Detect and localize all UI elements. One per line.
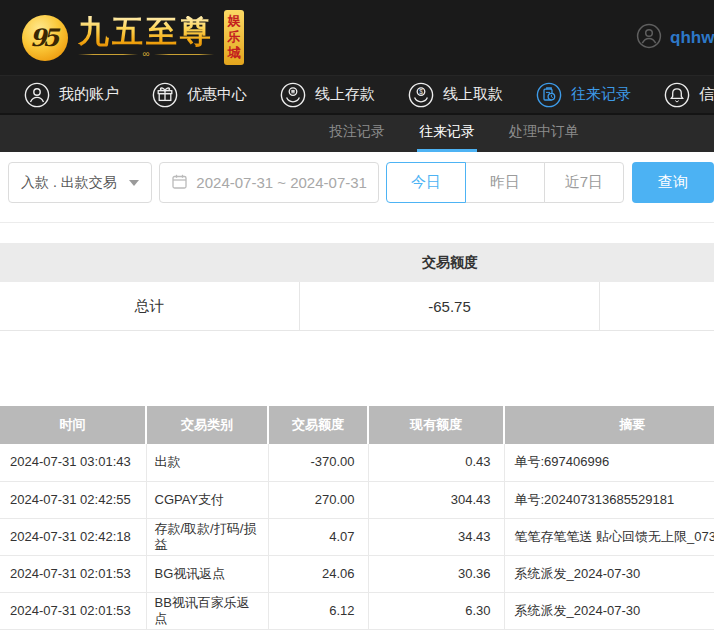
svg-text:$: $ bbox=[419, 87, 423, 94]
user-icon bbox=[24, 82, 50, 108]
user-avatar-icon bbox=[636, 23, 662, 53]
cell-type: BB视讯百家乐返点 bbox=[146, 592, 268, 629]
nav-label: 往来记录 bbox=[571, 85, 631, 104]
cell-amount: 270.00 bbox=[268, 481, 368, 518]
cell-summary: 单号:697406996 bbox=[504, 444, 714, 481]
column-header-time: 时间 bbox=[0, 406, 146, 444]
nav-item-my-account[interactable]: 我的账户 bbox=[24, 82, 119, 108]
cell-amount: 4.07 bbox=[268, 518, 368, 555]
summary-table: 交易额度 总计 -65.75 bbox=[0, 243, 714, 331]
chevron-down-icon bbox=[129, 180, 139, 186]
nav-label: 优惠中心 bbox=[187, 85, 247, 104]
logo-flourish: ∞ bbox=[78, 49, 214, 59]
site-title: 九五至尊 bbox=[78, 16, 214, 49]
logo-text-block: 九五至尊 ∞ bbox=[78, 16, 214, 60]
cell-type: 存款/取款/打码/损益 bbox=[146, 518, 268, 555]
today-button[interactable]: 今日 bbox=[386, 162, 466, 203]
table-row: 2024-07-31 02:01:53 BG视讯返点 24.06 30.36 系… bbox=[0, 555, 714, 592]
cell-amount: 6.12 bbox=[268, 592, 368, 629]
cell-summary: 笔笔存笔笔送 贴心回馈无上限_0730 bbox=[504, 518, 714, 555]
cell-time: 2024-07-31 03:01:43 bbox=[0, 444, 146, 481]
nav-label: 线上存款 bbox=[315, 85, 375, 104]
nav-item-online-withdrawal[interactable]: $ 线上取款 bbox=[408, 82, 503, 108]
nav-item-transaction-records[interactable]: 往来记录 bbox=[536, 82, 631, 108]
cell-amount: -370.00 bbox=[268, 444, 368, 481]
filter-row: 入款 . 出款交易 2024-07-31 ~ 2024-07-31 今日 昨日 … bbox=[8, 162, 714, 203]
column-header-type: 交易类别 bbox=[146, 406, 268, 444]
cell-balance: 0.43 bbox=[368, 444, 504, 481]
cell-type: CGPAY支付 bbox=[146, 481, 268, 518]
summary-total-row: 总计 -65.75 bbox=[0, 282, 714, 331]
cell-balance: 304.43 bbox=[368, 481, 504, 518]
table-header-row: 时间 交易类别 交易额度 现有额度 摘要 bbox=[0, 406, 714, 444]
user-account[interactable]: qhhw2 bbox=[636, 0, 714, 75]
table-row: 2024-07-31 02:01:53 BB视讯百家乐返点 6.12 6.30 … bbox=[0, 592, 714, 629]
cell-balance: 34.43 bbox=[368, 518, 504, 555]
deposit-coin-icon bbox=[280, 82, 306, 108]
tab-betting-records[interactable]: 投注记录 bbox=[327, 115, 387, 152]
gift-icon bbox=[152, 82, 178, 108]
column-header-amount: 交易额度 bbox=[268, 406, 368, 444]
column-header-summary: 摘要 bbox=[504, 406, 714, 444]
nav-label: 线上取款 bbox=[443, 85, 503, 104]
calendar-icon bbox=[171, 173, 188, 193]
cell-type: BG视讯返点 bbox=[146, 555, 268, 592]
quick-date-button-group: 今日 昨日 近7日 bbox=[386, 162, 624, 203]
cell-type: 出款 bbox=[146, 444, 268, 481]
cell-balance: 6.30 bbox=[368, 592, 504, 629]
entertainment-city-badge: 娱乐城 bbox=[224, 10, 244, 65]
summary-header-label: 交易额度 bbox=[300, 254, 600, 272]
cell-time: 2024-07-31 02:42:55 bbox=[0, 481, 146, 518]
date-range-value: 2024-07-31 ~ 2024-07-31 bbox=[196, 174, 367, 191]
flourish-ornament: ∞ bbox=[142, 49, 149, 59]
divider bbox=[0, 222, 714, 223]
table-row: 2024-07-31 03:01:43 出款 -370.00 0.43 单号:6… bbox=[0, 444, 714, 481]
cell-amount: 24.06 bbox=[268, 555, 368, 592]
summary-total-value: -65.75 bbox=[300, 282, 600, 330]
cell-balance: 30.36 bbox=[368, 555, 504, 592]
username: qhhw2 bbox=[670, 28, 714, 48]
record-tabs: 投注记录 往来记录 处理中订单 bbox=[0, 113, 714, 152]
flourish-line bbox=[78, 54, 138, 55]
transactions-table: 时间 交易类别 交易额度 现有额度 摘要 2024-07-31 03:01:43… bbox=[0, 406, 714, 630]
cell-summary: 系统派发_2024-07-30 bbox=[504, 592, 714, 629]
date-range-picker[interactable]: 2024-07-31 ~ 2024-07-31 bbox=[159, 162, 379, 203]
main-nav: 我的账户 优惠中心 线上存款 bbox=[0, 75, 714, 113]
tab-processing-orders[interactable]: 处理中订单 bbox=[507, 115, 581, 152]
logo-emblem-icon: 95 bbox=[22, 15, 68, 61]
nav-label: 信息 bbox=[699, 85, 714, 104]
column-header-balance: 现有额度 bbox=[368, 406, 504, 444]
records-clipboard-icon bbox=[536, 82, 562, 108]
nav-item-messages[interactable]: 信息 bbox=[664, 82, 714, 108]
content-area: 入款 . 出款交易 2024-07-31 ~ 2024-07-31 今日 昨日 … bbox=[0, 162, 714, 630]
nav-item-online-deposit[interactable]: 线上存款 bbox=[280, 82, 375, 108]
cell-summary: 单号:202407313685529181 bbox=[504, 481, 714, 518]
table-row: 2024-07-31 02:42:18 存款/取款/打码/损益 4.07 34.… bbox=[0, 518, 714, 555]
table-row: 2024-07-31 02:42:55 CGPAY支付 270.00 304.4… bbox=[0, 481, 714, 518]
last-7-days-button[interactable]: 近7日 bbox=[544, 162, 624, 203]
cell-time: 2024-07-31 02:01:53 bbox=[0, 555, 146, 592]
select-value: 入款 . 出款交易 bbox=[21, 174, 117, 192]
logo-emblem-text: 95 bbox=[30, 23, 55, 52]
summary-header-row: 交易额度 bbox=[0, 243, 714, 282]
query-button[interactable]: 查询 bbox=[632, 162, 714, 203]
cell-time: 2024-07-31 02:01:53 bbox=[0, 592, 146, 629]
yesterday-button[interactable]: 昨日 bbox=[465, 162, 545, 203]
withdraw-coin-icon: $ bbox=[408, 82, 434, 108]
top-header: 95 九五至尊 ∞ 娱乐城 qhhw2 bbox=[0, 0, 714, 75]
bell-icon bbox=[664, 82, 690, 108]
nav-item-promotions[interactable]: 优惠中心 bbox=[152, 82, 247, 108]
site-logo[interactable]: 95 九五至尊 ∞ 娱乐城 bbox=[0, 10, 244, 65]
tab-transaction-records[interactable]: 往来记录 bbox=[417, 115, 477, 152]
transaction-type-select[interactable]: 入款 . 出款交易 bbox=[8, 162, 152, 203]
summary-total-label: 总计 bbox=[0, 282, 300, 330]
nav-label: 我的账户 bbox=[59, 85, 119, 104]
cell-time: 2024-07-31 02:42:18 bbox=[0, 518, 146, 555]
flourish-line bbox=[154, 54, 214, 55]
cell-summary: 系统派发_2024-07-30 bbox=[504, 555, 714, 592]
